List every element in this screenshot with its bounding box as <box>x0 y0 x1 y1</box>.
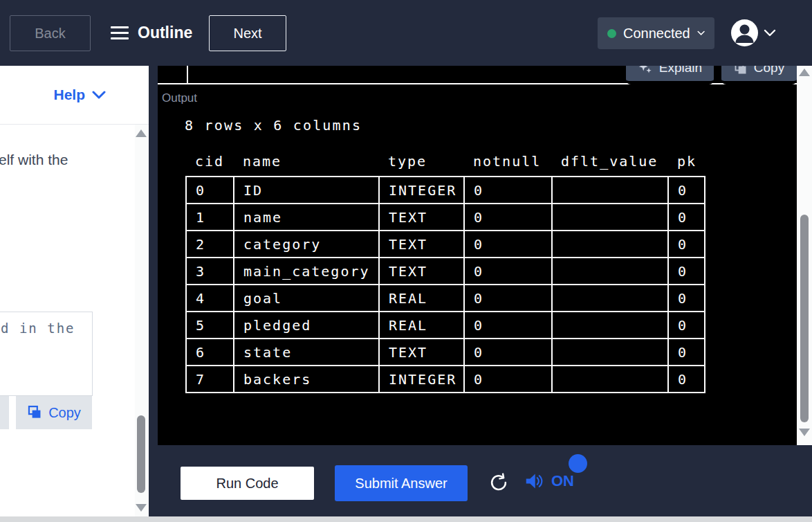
snippet-copy-label: Copy <box>48 405 81 421</box>
table-cell: 7 <box>186 366 234 393</box>
refresh-icon <box>488 472 509 493</box>
main-scrollbar[interactable] <box>797 66 812 445</box>
table-cell: 0 <box>668 339 705 366</box>
explain-button[interactable]: Explain <box>626 66 714 84</box>
table-cell: 4 <box>186 285 234 312</box>
table-cell: ID <box>234 177 379 204</box>
table-cell: 5 <box>186 312 234 339</box>
table-cell: 2 <box>186 231 234 258</box>
table-cell: REAL <box>379 285 464 312</box>
table-row: 5pledgedREAL00 <box>186 312 705 339</box>
scroll-up-arrow-icon[interactable] <box>136 129 147 137</box>
table-cell: TEXT <box>379 204 464 231</box>
column-header: notnull <box>464 147 552 177</box>
table-cell: pledged <box>234 312 379 339</box>
sidebar-divider <box>0 124 149 125</box>
table-row: 2categoryTEXT00 <box>186 231 705 258</box>
table-cell: TEXT <box>379 339 464 366</box>
table-cell: INTEGER <box>379 366 464 393</box>
next-button[interactable]: Next <box>209 15 286 51</box>
table-cell: 0 <box>186 177 234 204</box>
table-cell <box>552 177 668 204</box>
lesson-sidebar: Help elf with the d in the Copy <box>0 66 149 516</box>
sidebar-scrollbar[interactable] <box>135 125 147 516</box>
code-snippet-box: d in the <box>0 312 93 396</box>
reset-code-button[interactable] <box>488 472 509 493</box>
main-scrollbar-thumb[interactable] <box>800 215 809 422</box>
table-row: 3main_categoryTEXT00 <box>186 258 705 285</box>
code-output-panel: Explain Copy Output 8 rows x 6 columns c… <box>158 66 797 445</box>
copy-label: Copy <box>754 66 784 75</box>
table-cell: 0 <box>464 231 552 258</box>
back-button[interactable]: Back <box>10 15 91 51</box>
table-cell: 0 <box>464 312 552 339</box>
top-navbar: Back Outline Next Connected <box>0 0 812 66</box>
outline-label: Outline <box>138 24 192 42</box>
submit-answer-button[interactable]: Submit Answer <box>335 465 468 501</box>
table-row: 0IDINTEGER00 <box>186 177 705 204</box>
table-cell: 0 <box>668 258 705 285</box>
column-header: name <box>234 147 379 177</box>
table-header-row: cidnametypenotnulldflt_valuepk <box>186 147 705 177</box>
table-row: 1nameTEXT00 <box>186 204 705 231</box>
table-cell: goal <box>234 285 379 312</box>
output-section-label: Output <box>162 91 197 105</box>
bottom-edge-strip <box>0 516 812 522</box>
scroll-down-arrow-icon[interactable] <box>136 504 147 512</box>
copy-icon <box>27 405 42 420</box>
table-cell <box>552 258 668 285</box>
help-dropdown[interactable]: Help <box>0 66 149 124</box>
table-cell: state <box>234 339 379 366</box>
panel-copy-button[interactable]: Copy <box>721 66 797 84</box>
run-code-button[interactable]: Run Code <box>181 467 314 500</box>
table-cell <box>552 366 668 393</box>
table-cell <box>552 339 668 366</box>
notification-dot[interactable] <box>569 454 587 473</box>
code-snippet-fragment: d in the <box>1 321 75 336</box>
output-table: cidnametypenotnulldflt_valuepk 0IDINTEGE… <box>185 147 705 393</box>
column-header: pk <box>668 147 705 177</box>
sidebar-scrollbar-thumb[interactable] <box>137 415 145 493</box>
text-cursor <box>187 66 188 83</box>
scroll-down-arrow-icon[interactable] <box>799 429 810 436</box>
table-cell: 0 <box>464 285 552 312</box>
table-cell: INTEGER <box>379 177 464 204</box>
table-cell: 0 <box>668 231 705 258</box>
table-cell: 6 <box>186 339 234 366</box>
copy-icon <box>734 66 748 75</box>
output-summary-text: 8 rows x 6 columns <box>185 117 362 134</box>
scroll-up-arrow-icon[interactable] <box>799 69 810 76</box>
connection-status-label: Connected <box>623 26 690 42</box>
help-label: Help <box>53 87 85 103</box>
table-cell: 0 <box>464 177 552 204</box>
table-cell: backers <box>234 366 379 393</box>
table-row: 7backersINTEGER00 <box>186 366 705 393</box>
table-row: 4goalREAL00 <box>186 285 705 312</box>
table-cell: 3 <box>186 258 234 285</box>
table-cell: 0 <box>464 339 552 366</box>
connected-dot-icon <box>607 29 616 38</box>
avatar-icon <box>731 19 758 46</box>
table-cell: name <box>234 204 379 231</box>
snippet-copy-button[interactable]: Copy <box>16 396 92 429</box>
table-cell: 0 <box>668 312 705 339</box>
sparkles-icon <box>638 66 653 75</box>
table-cell <box>552 204 668 231</box>
lesson-text-fragment: elf with the <box>0 152 68 168</box>
table-row: 6stateTEXT00 <box>186 339 705 366</box>
sound-on-label: ON <box>551 472 574 490</box>
table-cell: 1 <box>186 204 234 231</box>
table-cell: 0 <box>668 366 705 393</box>
table-cell: 0 <box>668 177 705 204</box>
table-cell: main_category <box>234 258 379 285</box>
connection-status-dropdown[interactable]: Connected <box>598 17 714 49</box>
outline-menu-button[interactable]: Outline <box>111 0 192 66</box>
hamburger-icon <box>111 26 129 39</box>
code-snippet-footer-segment <box>0 396 9 429</box>
sound-toggle[interactable]: ON <box>524 472 574 490</box>
column-header: type <box>379 147 464 177</box>
table-cell: category <box>234 231 379 258</box>
table-cell: TEXT <box>379 258 464 285</box>
chevron-down-icon <box>92 91 106 100</box>
user-account-menu[interactable] <box>731 19 776 46</box>
